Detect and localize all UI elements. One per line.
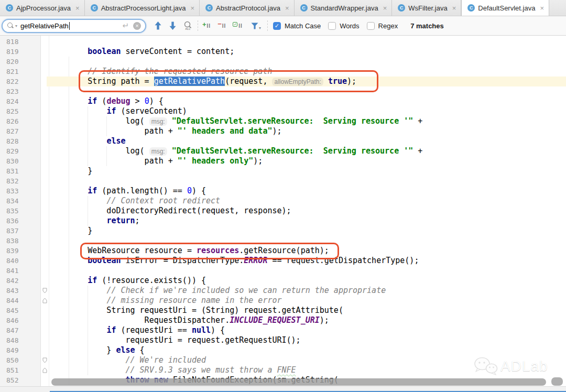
code-line-848[interactable]: requestUri = request.getRequestURI(); <box>50 335 566 345</box>
code-line-820[interactable] <box>50 57 566 67</box>
line-number-845[interactable]: 845 <box>0 306 41 315</box>
line-number-838[interactable]: 838 <box>0 236 41 246</box>
code-line-844[interactable]: // missing resource name in the error <box>50 296 566 306</box>
previous-occurrence-button[interactable] <box>155 21 161 30</box>
line-number-849[interactable]: 849 <box>0 345 41 355</box>
line-number-848[interactable]: 848 <box>0 335 41 345</box>
code-line-834[interactable]: // Context root redirect <box>50 196 566 206</box>
line-number-837[interactable]: 837 <box>0 226 41 236</box>
match-case-checkbox[interactable]: ✓ <box>273 22 281 30</box>
tab-AbstractProcessorLight.java[interactable]: CAbstractProcessorLight.java× <box>85 0 200 16</box>
code-editor[interactable]: 8188198208218228238248258268278288298308… <box>0 36 566 386</box>
tab-WsFilter.java[interactable]: CWsFilter.java× <box>392 0 461 16</box>
code-line-828[interactable]: else <box>50 136 566 146</box>
words-label[interactable]: Words <box>340 22 359 30</box>
next-occurrence-button[interactable] <box>169 21 176 30</box>
tab-StandardWrapper.java[interactable]: CStandardWrapper.java× <box>295 0 393 16</box>
tab-AbstractProtocol.java[interactable]: CAbstractProtocol.java× <box>200 0 294 16</box>
code-line-838[interactable] <box>50 236 566 246</box>
close-icon[interactable]: × <box>540 5 544 12</box>
code-line-847[interactable]: if (requestUri == null) { <box>50 325 566 335</box>
line-number-842[interactable]: 842 <box>0 276 41 286</box>
code-line-824[interactable]: if (debug > 0) { <box>50 96 566 106</box>
regex-label[interactable]: Regex <box>378 22 398 30</box>
line-number-832[interactable]: 832 <box>0 176 41 186</box>
close-icon[interactable]: × <box>285 5 289 12</box>
code-line-837[interactable]: } <box>50 226 566 236</box>
code-line-822[interactable]: String path = getRelativePath(request, a… <box>50 77 566 86</box>
line-number-844[interactable]: 844 <box>0 296 41 306</box>
words-checkbox[interactable] <box>328 22 336 30</box>
code-line-833[interactable]: if (path.length() == 0) { <box>50 186 566 196</box>
select-all-occurrences-button[interactable]: ✓ II <box>233 23 243 29</box>
line-number-846[interactable]: 846 <box>0 315 41 325</box>
search-query-text[interactable]: getRelativePath <box>20 22 69 30</box>
code-line-821[interactable]: // Identify the requested resource path <box>50 67 566 77</box>
line-number-839[interactable]: 839 <box>0 246 41 256</box>
filter-search-results-button[interactable]: ▾ <box>251 23 261 29</box>
fold-region-end-icon[interactable] <box>42 367 47 373</box>
tab-AjpProcessor.java[interactable]: CAjpProcessor.java× <box>0 0 85 16</box>
close-icon[interactable]: × <box>75 5 80 12</box>
line-number-850[interactable]: 850 <box>0 355 41 365</box>
vertical-scrollbar-thumb[interactable] <box>551 377 563 386</box>
line-number-843[interactable]: 843 <box>0 286 41 296</box>
code-line-830[interactable]: path + "' headers only"); <box>50 156 566 166</box>
line-number-830[interactable]: 830 <box>0 156 41 166</box>
line-number-824[interactable]: 824 <box>0 96 41 106</box>
line-number-819[interactable]: 819 <box>0 47 41 57</box>
code-line-841[interactable] <box>50 266 566 276</box>
code-line-827[interactable]: path + "' headers and data"); <box>50 126 566 136</box>
remove-selection-occurrence-button[interactable]: − II <box>217 22 226 30</box>
line-number-818[interactable]: 818 <box>0 37 41 47</box>
line-number-847[interactable]: 847 <box>0 325 41 335</box>
code-line-849[interactable]: } else { <box>50 345 566 355</box>
line-number-833[interactable]: 833 <box>0 186 41 196</box>
code-line-832[interactable] <box>50 176 566 186</box>
close-icon[interactable]: × <box>383 5 387 12</box>
code-line-835[interactable]: doDirectoryRedirect(request, response); <box>50 206 566 216</box>
line-number-822[interactable]: 822 <box>0 77 41 86</box>
regex-checkbox[interactable] <box>367 22 375 30</box>
find-all-button[interactable]: ALL <box>183 21 193 30</box>
match-case-label[interactable]: Match Case <box>285 22 321 30</box>
code-line-819[interactable]: boolean serveContent = content; <box>50 47 566 57</box>
line-number-851[interactable]: 851 <box>0 365 41 375</box>
code-line-829[interactable]: log( msg: "DefaultServlet.serveResource:… <box>50 146 566 156</box>
code-line-845[interactable]: String requestUri = (String) request.get… <box>50 306 566 315</box>
line-number-835[interactable]: 835 <box>0 206 41 216</box>
fold-region-start-icon[interactable] <box>42 357 47 363</box>
tab-DefaultServlet.java[interactable]: CDefaultServlet.java× <box>461 0 549 16</box>
horizontal-scrollbar-thumb[interactable] <box>51 378 546 386</box>
line-number-840[interactable]: 840 <box>0 256 41 266</box>
code-line-823[interactable] <box>50 86 566 96</box>
line-number-841[interactable]: 841 <box>0 266 41 276</box>
line-number-825[interactable]: 825 <box>0 106 41 116</box>
close-icon[interactable]: × <box>191 5 195 12</box>
code-line-840[interactable]: boolean isError = DispatcherType.ERROR =… <box>50 256 566 266</box>
code-line-839[interactable]: WebResource resource = resources.getReso… <box>50 246 566 256</box>
line-number-826[interactable]: 826 <box>0 116 41 126</box>
line-number-836[interactable]: 836 <box>0 216 41 226</box>
clear-search-button[interactable]: × <box>133 22 141 30</box>
line-number-831[interactable]: 831 <box>0 166 41 176</box>
line-number-828[interactable]: 828 <box>0 136 41 146</box>
close-icon[interactable]: × <box>452 5 456 12</box>
line-number-852[interactable]: 852 <box>0 375 41 385</box>
code-line-836[interactable]: return; <box>50 216 566 226</box>
code-line-826[interactable]: log( msg: "DefaultServlet.serveResource:… <box>50 116 566 126</box>
add-selection-occurrence-button[interactable]: + II <box>202 22 211 30</box>
line-number-827[interactable]: 827 <box>0 126 41 136</box>
code-line-831[interactable]: } <box>50 166 566 176</box>
code-line-842[interactable]: if (!resource.exists()) { <box>50 276 566 286</box>
line-number-834[interactable]: 834 <box>0 196 41 206</box>
fold-region-end-icon[interactable] <box>42 298 47 303</box>
code-line-843[interactable]: // Check if we're included so we can ret… <box>50 286 566 296</box>
line-number-820[interactable]: 820 <box>0 57 41 67</box>
line-number-823[interactable]: 823 <box>0 86 41 96</box>
search-history-caret-icon[interactable]: ▾ <box>15 24 17 28</box>
search-input[interactable]: ▾ getRelativePath ↵ × <box>2 19 146 33</box>
line-number-821[interactable]: 821 <box>0 67 41 77</box>
code-line-825[interactable]: if (serveContent) <box>50 106 566 116</box>
code-line-846[interactable]: RequestDispatcher.INCLUDE_REQUEST_URI); <box>50 315 566 325</box>
